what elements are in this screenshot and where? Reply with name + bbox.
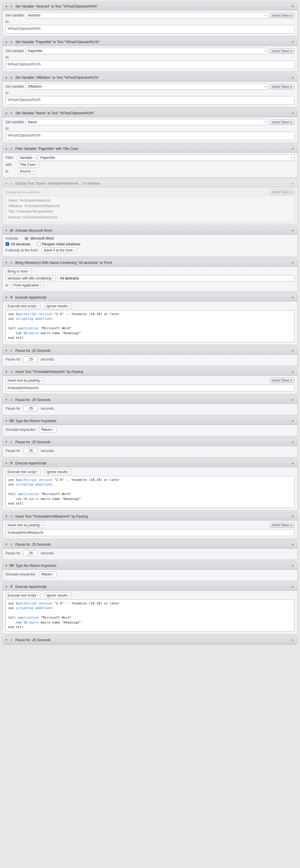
action-title: Insert Text "%Variable%Name%" by Pasting [16, 370, 83, 374]
execute-dropdown[interactable]: Execute text script ▾ [5, 303, 40, 309]
settings-icon[interactable] [291, 461, 295, 466]
collapse-icon[interactable]: ▼ [5, 585, 8, 588]
all-windows-checkbox[interactable]: ✓ [5, 242, 9, 246]
settings-icon[interactable] [291, 542, 295, 547]
collapse-icon[interactable]: ▼ [5, 515, 8, 518]
display-text-content[interactable]: Name: %Variable%Name% Affiliation: %Vari… [5, 196, 295, 222]
action-body: Set variable Abstract ▾ Insert Token ∨ t… [3, 10, 297, 36]
dropdown-arrow: ▾ [69, 470, 70, 473]
to-value-box[interactable]: %PastClipboard%1% [5, 60, 295, 69]
insert-token-button[interactable]: Insert Token ∨ [270, 378, 295, 383]
execute-dropdown[interactable]: Execute text script ▾ [5, 469, 40, 475]
collapse-icon[interactable]: ▼ [5, 229, 8, 232]
collapse-icon[interactable]: ▼ [5, 147, 8, 151]
svg-point-3 [292, 113, 294, 114]
settings-icon[interactable] [291, 418, 295, 423]
collapse-icon[interactable]: ▼ [5, 40, 8, 44]
settings-icon[interactable] [291, 348, 295, 353]
windows-with-dropdown[interactable]: windows with title containing ▾ [5, 275, 56, 281]
filter-type-dropdown[interactable]: Variable ▾ [18, 155, 36, 161]
settings-icon[interactable] [291, 440, 295, 444]
insert-sub-dropdown[interactable]: Insert text by pasting ▾ [5, 522, 44, 528]
insert-sub-dropdown[interactable]: Insert text by pasting ▾ [5, 378, 44, 383]
settings-icon[interactable] [291, 111, 295, 116]
svg-point-2 [292, 77, 294, 79]
ignore-dropdown[interactable]: Ignore results ▾ [44, 303, 72, 309]
insert-token-button[interactable]: Insert Token ∨ [270, 48, 295, 54]
pause-value[interactable]: .25 [23, 550, 38, 556]
settings-icon[interactable] [291, 4, 295, 9]
insert-text-value[interactable]: %Variable%Name% [5, 384, 295, 392]
pause-value[interactable]: .25 [23, 448, 38, 454]
with-type-dropdown[interactable]: Title Case ▾ [18, 162, 40, 167]
filter-value-dropdown[interactable]: Papertitle ▾ [38, 155, 295, 161]
settings-icon[interactable] [291, 370, 295, 374]
action-applescript-2: ▼ ⌘ Execute AppleScript Execute text scr… [2, 459, 298, 511]
if-front-action-dropdown[interactable]: leave it at the front ▾ [42, 247, 77, 253]
to-value-box[interactable]: %PastClipboard%3% [5, 132, 295, 140]
settings-icon[interactable] [291, 75, 295, 80]
to-value-box[interactable]: %PastClipboard%0% [5, 25, 295, 34]
collapse-icon[interactable]: ▼ [5, 5, 8, 8]
collapse-icon[interactable]: ▼ [5, 261, 8, 264]
settings-icon[interactable] [291, 181, 295, 186]
insert-token-button[interactable]: Insert Token ∨ [270, 522, 295, 528]
collapse-icon[interactable]: ▼ [5, 440, 8, 443]
applescript-code-2[interactable]: use AppleScript version "2.4" -- Yosemit… [5, 476, 295, 508]
pause-value[interactable]: .25 [23, 406, 38, 411]
collapse-icon[interactable]: ▼ [5, 112, 8, 115]
to-type-dropdown[interactable]: Source ▾ [18, 168, 35, 174]
collapse-icon[interactable]: ▼ [5, 349, 8, 352]
code-line-1: use AppleScript version "2.4" -- Yosemit… [8, 478, 292, 483]
action-body: Set variable Papertitle ▾ Insert Token ∨… [3, 46, 297, 71]
collapse-icon[interactable]: ▼ [5, 564, 8, 567]
settings-icon[interactable] [291, 398, 295, 402]
settings-icon[interactable] [291, 260, 295, 265]
to-value-box[interactable]: %PastClipboard%2% [5, 96, 295, 105]
collapse-icon[interactable]: ▼ [5, 182, 8, 185]
in-app-dropdown[interactable]: Front Application ▾ [11, 282, 43, 288]
keystroke-display[interactable]: Return ▾ [39, 571, 56, 577]
insert-token-button[interactable]: Insert Token ∨ [270, 13, 295, 18]
collapse-icon[interactable]: ▼ [5, 543, 8, 546]
collapse-icon[interactable]: ▼ [5, 370, 8, 373]
insert-token-button[interactable]: Insert Token ∨ [270, 84, 295, 89]
window-name-input[interactable] [57, 275, 295, 281]
reopen-checkbox[interactable] [37, 242, 40, 246]
execute-dropdown[interactable]: Execute text script ▾ [5, 593, 40, 598]
insert-text-value[interactable]: %Variable%Affiliation% [5, 529, 295, 536]
applescript-code-1[interactable]: use AppleScript version "2.4" -- Yosemit… [5, 310, 295, 342]
collapse-icon[interactable]: ▼ [5, 296, 8, 299]
set-variable-dropdown[interactable]: Abstract ▾ [26, 12, 268, 19]
keystroke-display[interactable]: Return ▾ [39, 427, 56, 433]
collapse-icon[interactable]: ▼ [5, 76, 8, 79]
settings-icon[interactable] [291, 228, 295, 233]
to-value: %PastClipboard%0% [7, 27, 40, 31]
collapse-icon[interactable]: ▼ [5, 462, 8, 465]
set-variable-dropdown[interactable]: Name ▾ [26, 119, 268, 125]
action-header: ▼ ✕ Set Variable "Papertitle" to Text "%… [3, 38, 297, 46]
set-variable-dropdown[interactable]: Papertitle ▾ [26, 48, 268, 54]
settings-icon[interactable] [291, 638, 295, 642]
action-title: Insert Text "%Variable%Affiliation%" by … [16, 515, 88, 519]
settings-icon[interactable] [291, 585, 295, 589]
bring-dropdown[interactable]: Bring to front ▾ [5, 269, 32, 274]
collapse-icon[interactable]: ▼ [5, 638, 8, 642]
pause-icon: ⏸ [9, 638, 14, 642]
collapse-icon[interactable]: ▼ [5, 398, 8, 401]
applescript-code-3[interactable]: use AppleScript version "2.4" -- Yosemit… [5, 599, 295, 631]
insert-token-button[interactable]: Insert Token ∨ [270, 120, 295, 125]
ignore-dropdown[interactable]: Ignore results ▾ [44, 469, 72, 475]
all-windows-label: All windows [11, 242, 30, 246]
settings-icon[interactable] [291, 295, 295, 300]
ignore-dropdown[interactable]: Ignore results ▾ [44, 593, 72, 598]
settings-icon[interactable] [291, 514, 295, 519]
display-line-4: Abstract: %Variable%Abstract% [8, 215, 292, 220]
set-variable-dropdown[interactable]: Affiliation ▾ [26, 83, 268, 90]
insert-token-button[interactable]: Insert Token ∨ [270, 189, 295, 195]
settings-icon[interactable] [291, 563, 295, 568]
collapse-icon[interactable]: ▼ [5, 419, 8, 423]
settings-icon[interactable] [291, 146, 295, 151]
pause-value[interactable]: .25 [23, 356, 38, 362]
settings-icon[interactable] [291, 40, 295, 44]
